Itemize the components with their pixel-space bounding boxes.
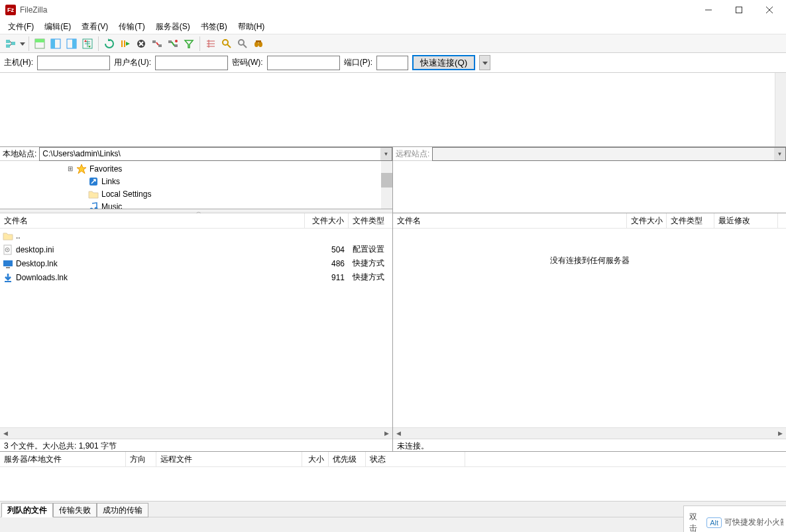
file-row[interactable]: Desktop.lnk486快捷方式 — [0, 256, 392, 270]
rcol-type[interactable]: 文件类型 — [667, 213, 714, 228]
svg-rect-43 — [256, 40, 261, 42]
user-input[interactable] — [155, 56, 228, 70]
file-row[interactable]: Downloads.lnk911快捷方式 — [0, 270, 392, 284]
file-size: 504 — [305, 245, 349, 254]
remote-empty: 没有连接到任何服务器 — [393, 255, 786, 266]
qcol-dir[interactable]: 方向 — [126, 452, 156, 466]
svg-line-38 — [227, 44, 231, 48]
log-scrollbar[interactable] — [775, 73, 786, 146]
app-title: FileZilla — [20, 5, 47, 15]
tab-failed[interactable]: 传输失败 — [53, 503, 97, 517]
port-label: 端口(P): — [344, 57, 372, 68]
tree-item-label: Local Settings — [101, 189, 151, 199]
local-status: 3 个文件。大小总共: 1,901 字节 — [0, 439, 392, 452]
pass-label: 密码(W): — [232, 57, 263, 68]
titlebar: Fz FileZilla — [0, 0, 786, 20]
user-label: 用户名(U): — [114, 57, 151, 68]
qcol-server[interactable]: 服务器/本地文件 — [0, 452, 126, 466]
menu-server[interactable]: 服务器(S) — [152, 20, 194, 34]
svg-marker-45 — [77, 164, 86, 174]
menu-edit[interactable]: 编辑(E) — [40, 20, 75, 34]
refresh-button[interactable] — [102, 36, 117, 51]
tree-item[interactable]: Local Settings — [66, 187, 392, 200]
svg-rect-11 — [35, 39, 44, 42]
svg-rect-4 — [6, 40, 10, 43]
rcol-size[interactable]: 文件大小 — [627, 213, 667, 228]
svg-point-37 — [223, 40, 228, 45]
qcol-size[interactable]: 大小 — [302, 452, 329, 466]
tree-item-label: Links — [101, 177, 120, 186]
filter-button[interactable] — [182, 36, 196, 51]
process-queue-button[interactable] — [118, 36, 133, 51]
svg-rect-52 — [3, 260, 13, 266]
quickconnect-dropdown[interactable] — [479, 55, 490, 70]
toggle-local-tree-button[interactable] — [48, 36, 63, 51]
disconnect-button[interactable] — [150, 36, 164, 51]
local-file-list[interactable]: 文件名 文件大小 文件类型 ..desktop.ini504配置设置Deskto… — [0, 213, 392, 439]
compare-button[interactable] — [203, 36, 218, 51]
file-name: .. — [16, 231, 21, 240]
dropdown-icon[interactable] — [20, 38, 25, 49]
rcol-mod[interactable]: 最近修改 — [714, 213, 778, 228]
maximize-button[interactable] — [724, 0, 754, 20]
close-button[interactable] — [754, 0, 785, 20]
menu-file[interactable]: 文件(F) — [4, 20, 38, 34]
download-icon — [3, 272, 13, 283]
toolbar — [0, 34, 786, 53]
file-type: 快捷方式 — [349, 272, 392, 283]
svg-marker-17 — [84, 40, 87, 42]
col-size[interactable]: 文件大小 — [305, 213, 349, 228]
queue-tabs: 列队的文件 传输失败 成功的传输 — [0, 502, 786, 517]
menu-view[interactable]: 查看(V) — [78, 20, 112, 34]
tree-item[interactable]: Music — [66, 200, 392, 209]
rcol-name[interactable]: 文件名 — [393, 213, 627, 228]
toggle-remote-tree-button[interactable] — [64, 36, 79, 51]
svg-rect-29 — [168, 40, 172, 43]
tree-item[interactable]: Links — [66, 175, 392, 187]
split-handle[interactable]: ︿ — [0, 209, 392, 213]
menu-bookmark[interactable]: 书签(B) — [197, 20, 231, 34]
local-hscroll[interactable]: ◀▶ — [0, 427, 392, 439]
qcol-remote[interactable]: 远程文件 — [156, 452, 302, 466]
svg-rect-30 — [174, 44, 178, 47]
col-name[interactable]: 文件名 — [0, 213, 305, 228]
local-tree[interactable]: ⊞Favorites Links Local Settings Music — [0, 161, 392, 209]
tab-queued[interactable]: 列队的文件 — [1, 503, 53, 517]
file-size: 486 — [305, 259, 349, 268]
reconnect-button[interactable] — [166, 36, 180, 51]
quickconnect-button[interactable]: 快速连接(Q) — [412, 55, 475, 70]
minimize-button[interactable] — [693, 0, 724, 20]
toggle-log-button[interactable] — [32, 36, 47, 51]
qcol-status[interactable]: 状态 — [366, 452, 465, 466]
menubar: 文件(F) 编辑(E) 查看(V) 传输(T) 服务器(S) 书签(B) 帮助(… — [0, 20, 786, 34]
cancel-button[interactable] — [134, 36, 148, 51]
remote-hscroll[interactable]: ◀▶ — [393, 427, 786, 439]
desktop-icon — [3, 258, 13, 269]
pass-input[interactable] — [267, 56, 340, 70]
file-row[interactable]: desktop.ini504配置设置 — [0, 242, 392, 256]
binoculars-button[interactable] — [251, 36, 266, 51]
col-type[interactable]: 文件类型 — [349, 213, 392, 228]
svg-rect-1 — [736, 7, 742, 13]
rcol-extra[interactable] — [778, 213, 786, 228]
tree-item[interactable]: ⊞Favorites — [66, 162, 392, 175]
tab-success[interactable]: 成功的传输 — [97, 503, 148, 517]
file-row[interactable]: .. — [0, 229, 392, 242]
up-icon — [3, 231, 13, 241]
remote-path-input — [432, 147, 786, 161]
port-input[interactable] — [376, 56, 408, 70]
tip-pre: 双击 — [689, 511, 704, 533]
qcol-prio[interactable]: 优先级 — [329, 452, 366, 466]
svg-rect-53 — [6, 267, 10, 268]
host-input[interactable] — [37, 56, 110, 70]
menu-help[interactable]: 帮助(H) — [234, 20, 269, 34]
toggle-queue-button[interactable] — [80, 36, 95, 51]
menu-transfer[interactable]: 传输(T) — [115, 20, 148, 34]
sitemanager-button[interactable] — [4, 36, 19, 51]
file-type: 快捷方式 — [349, 258, 392, 269]
search-button[interactable] — [235, 36, 250, 51]
local-path-input[interactable] — [39, 147, 392, 161]
sync-browse-button[interactable] — [219, 36, 234, 51]
svg-line-8 — [10, 44, 11, 46]
local-tree-scrollbar[interactable] — [381, 161, 392, 209]
